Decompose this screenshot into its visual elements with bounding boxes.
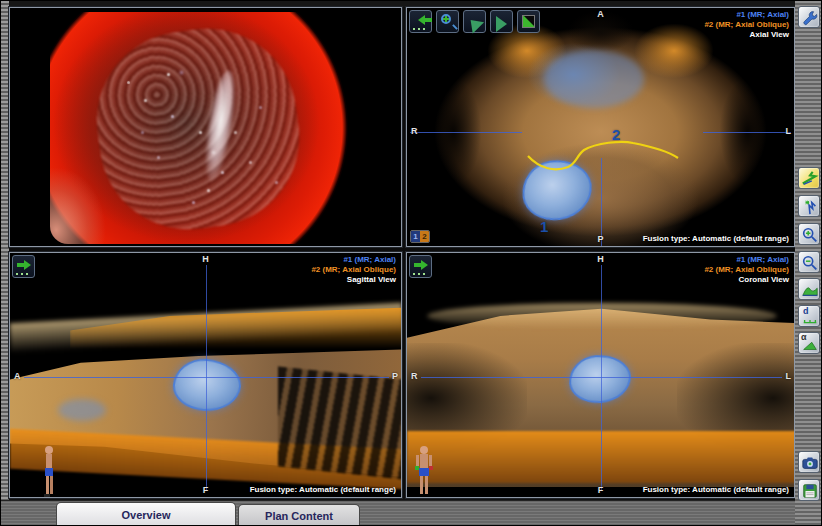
more-dots-icon (16, 273, 28, 275)
zoom-out-icon (801, 254, 819, 272)
recenter-arrow-icon (496, 16, 507, 32)
ruler-icon (801, 310, 819, 328)
more-dots-icon (413, 28, 425, 30)
reference-set-2: #2 (MR; Axial Oblique) (311, 265, 396, 275)
angle-icon (801, 336, 819, 354)
back-button[interactable] (409, 10, 432, 33)
zoom-in-icon (801, 226, 819, 244)
more-dots-icon (413, 273, 425, 275)
orientation-foot: F (203, 485, 209, 495)
reference-set-1: #1 (MR; Axial) (311, 255, 396, 265)
view-title: Axial View (704, 30, 789, 40)
fusion-image1: 1 (411, 231, 420, 242)
endoscope-sparkles (50, 12, 51, 13)
axial-crosshair-vertical (601, 158, 602, 246)
endoscope-crystal-texture (85, 17, 311, 241)
recenter-tool-button[interactable] (490, 10, 513, 33)
zoom-out-button[interactable] (798, 251, 820, 273)
axial-crosshair-right (703, 132, 791, 133)
coronal-view-panel[interactable]: #1 (MR; Axial) #2 (MR; Axial Oblique) Co… (406, 252, 795, 498)
floppy-save-icon (801, 482, 819, 500)
screenshot-button[interactable] (798, 451, 820, 473)
pan-arrow-icon (465, 14, 484, 33)
axial-crosshair-left (410, 132, 522, 133)
hand-star-icon (801, 198, 819, 216)
sagittal-dark-region (278, 366, 402, 479)
histogram-icon (801, 281, 819, 299)
tab-plan-content[interactable]: Plan Content (238, 504, 360, 526)
orientation-anterior: A (14, 371, 21, 381)
pan-tool-button[interactable] (463, 10, 486, 33)
workspace-tabbar: Overview Plan Content (1, 500, 795, 526)
coronal-nav-button[interactable] (409, 255, 432, 278)
reference-set-1: #1 (MR; Axial) (704, 10, 789, 20)
endoscope-video-panel[interactable] (9, 7, 402, 247)
tab-overview[interactable]: Overview (56, 502, 236, 526)
camera-icon (801, 454, 819, 472)
forward-arrow-icon (414, 263, 421, 267)
forward-arrow-icon (17, 263, 24, 267)
orientation-anterior: A (597, 9, 604, 19)
measure-distance-button[interactable]: d (798, 305, 820, 327)
reference-set-2: #2 (MR; Axial Oblique) (704, 265, 789, 275)
orientation-right: R (411, 371, 418, 381)
sagittal-orange-overlay-top (70, 303, 402, 349)
tool-sidebar: d α (795, 1, 822, 526)
fusion-type-status: Fusion type: Automatic (default range) (643, 485, 789, 494)
view-title: Sagittal View (311, 275, 396, 285)
contrast-tool-button[interactable] (517, 10, 540, 33)
windowing-button[interactable] (798, 278, 820, 300)
orientation-posterior: P (597, 234, 603, 244)
pointer-tool-button[interactable] (798, 167, 820, 189)
reference-set-2: #2 (MR; Axial Oblique) (704, 20, 789, 30)
back-arrow-icon (425, 18, 432, 22)
settings-wrench-button[interactable] (798, 6, 820, 28)
measure-angle-button[interactable]: α (798, 332, 820, 354)
orientation-left: L (786, 371, 792, 381)
structure-1-label: 1 (540, 218, 548, 235)
wrench-icon (801, 9, 819, 27)
structure-2-label: 2 (612, 126, 620, 143)
plus-icon (443, 16, 449, 22)
sagittal-crosshair-vertical (206, 265, 207, 491)
fusion-image2: 2 (420, 231, 429, 242)
sagittal-crosshair-horizontal (24, 377, 389, 378)
pointer-arrow-icon (801, 170, 819, 188)
sagittal-nav-button[interactable] (12, 255, 35, 278)
orientation-right: R (411, 126, 418, 136)
contrast-icon (522, 15, 535, 28)
fusion-type-status: Fusion type: Automatic (default range) (643, 234, 789, 243)
save-button[interactable] (798, 479, 820, 501)
orientation-head: H (597, 254, 604, 264)
orientation-posterior: P (392, 371, 398, 381)
axial-view-header: #1 (MR; Axial) #2 (MR; Axial Oblique) Ax… (704, 10, 789, 40)
zoom-in-button[interactable] (798, 223, 820, 245)
point-select-button[interactable] (798, 195, 820, 217)
sagittal-view-panel[interactable]: #1 (MR; Axial) #2 (MR; Axial Oblique) Sa… (9, 252, 402, 498)
patient-orientation-figure-sagittal (40, 445, 58, 497)
view-title: Coronal View (704, 275, 789, 285)
fusion-type-status: Fusion type: Automatic (default range) (250, 485, 396, 494)
sagittal-view-header: #1 (MR; Axial) #2 (MR; Axial Oblique) Sa… (311, 255, 396, 285)
sagittal-blue-structure (58, 399, 106, 421)
coronal-crosshair-vertical (601, 265, 602, 491)
coronal-view-header: #1 (MR; Axial) #2 (MR; Axial Oblique) Co… (704, 255, 789, 285)
reference-set-1: #1 (MR; Axial) (704, 255, 789, 265)
app-window: 1 2 #1 (MR; Axial) #2 (MR; Axial Oblique… (0, 0, 822, 526)
axial-view-panel[interactable]: 1 2 #1 (MR; Axial) #2 (MR; Axial Oblique… (406, 7, 795, 247)
orientation-left: L (786, 126, 792, 136)
orientation-head: H (202, 254, 209, 264)
orientation-foot: F (598, 485, 604, 495)
zoom-tool-button[interactable] (436, 10, 459, 33)
coronal-crosshair-horizontal (421, 377, 782, 378)
fusion-split-toggle[interactable]: 1 2 (410, 230, 430, 243)
patient-orientation-figure-coronal (413, 445, 435, 497)
endoscope-video-image (50, 12, 360, 244)
window-left-edge (1, 1, 9, 526)
coronal-skull-band (427, 303, 777, 329)
